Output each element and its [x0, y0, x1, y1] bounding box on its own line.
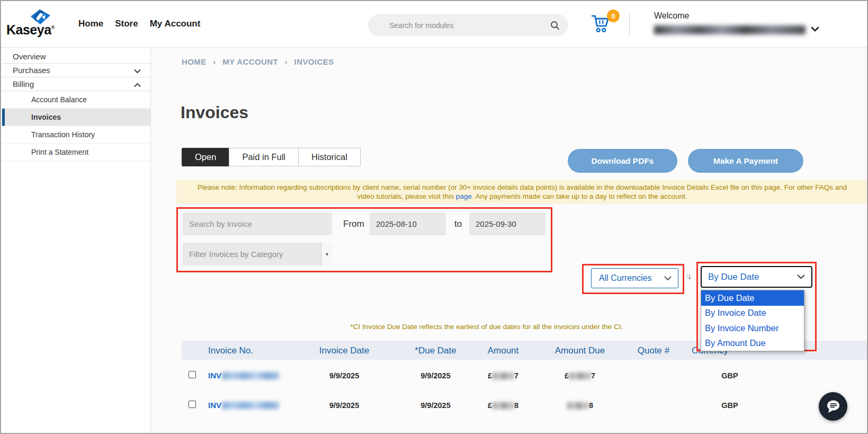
- category-filter-dropdown[interactable]: Filter Invoices by Category ▾: [183, 243, 333, 265]
- cart-button[interactable]: 0: [590, 14, 613, 37]
- sort-option-by-invoice-date[interactable]: By Invoice Date: [701, 306, 804, 321]
- chevron-down-icon: [664, 276, 672, 281]
- module-search: [368, 14, 568, 36]
- sort-option-by-amount-due[interactable]: By Amount Due: [701, 336, 804, 351]
- amount-redacted: [493, 402, 514, 409]
- amount-due-cell: £7: [545, 371, 614, 380]
- to-label: to: [454, 219, 462, 229]
- breadcrumb-home[interactable]: HOME: [182, 57, 207, 66]
- make-a-payment-button[interactable]: Make A Payment: [688, 149, 803, 173]
- due-date-cell: 9/9/2025: [400, 401, 471, 410]
- sidebar-item-overview[interactable]: Overview: [2, 50, 150, 64]
- invoice-number-link[interactable]: INV: [208, 371, 279, 380]
- invoice-date-cell: 9/9/2025: [305, 401, 384, 410]
- breadcrumb-separator: ›: [213, 57, 216, 66]
- sort-options-list: By Due Date By Invoice Date By Invoice N…: [701, 290, 804, 351]
- info-notice: Please note: Information regarding subsc…: [176, 180, 868, 204]
- sidebar-item-print-statement[interactable]: Print a Statement: [2, 144, 150, 161]
- table-row: INV 9/9/2025 9/9/2025 £7 £7 GBP: [182, 360, 868, 390]
- sort-select[interactable]: By Due Date: [701, 266, 812, 288]
- invoice-tabs: Open Paid in Full Historical: [182, 148, 361, 166]
- col-invoice-no: Invoice No.: [208, 346, 253, 356]
- currency-cell: GBP: [714, 371, 746, 380]
- to-date-input[interactable]: [469, 212, 545, 235]
- amount-due-redacted: [567, 402, 588, 409]
- welcome-label: Welcome: [654, 11, 689, 21]
- amount-redacted: [493, 373, 514, 379]
- sidebar: Overview Purchases Billing Account Balan…: [2, 48, 151, 434]
- sidebar-item-transaction-history[interactable]: Transaction History: [2, 126, 150, 144]
- sidebar-item-invoices[interactable]: Invoices: [2, 109, 150, 126]
- col-quote: Quote #: [632, 346, 675, 356]
- top-nav: Home Store My Account: [78, 19, 200, 29]
- nav-home[interactable]: Home: [78, 19, 103, 29]
- sort-option-by-invoice-number[interactable]: By Invoice Number: [701, 321, 804, 336]
- currency-select[interactable]: All Currencies: [591, 268, 678, 288]
- faq-page-link[interactable]: page: [456, 192, 472, 200]
- breadcrumb-separator: ›: [285, 57, 288, 66]
- sidebar-item-billing[interactable]: Billing: [2, 77, 150, 91]
- invoice-number-redacted: [222, 372, 279, 379]
- chat-button[interactable]: [819, 392, 847, 421]
- from-date-input[interactable]: [370, 212, 446, 235]
- kaseya-store-window: Kaseya® Home Store My Account 0: [0, 0, 868, 434]
- row-checkbox[interactable]: [189, 401, 196, 408]
- invoice-date-cell: 9/9/2025: [305, 371, 384, 380]
- table-row: INV 9/9/2025 9/9/2025 £8 8 GBP: [182, 390, 868, 420]
- search-icon[interactable]: [550, 21, 560, 30]
- nav-store[interactable]: Store: [115, 19, 138, 29]
- header-divider: [629, 14, 630, 36]
- nav-my-account[interactable]: My Account: [150, 19, 201, 29]
- tab-open[interactable]: Open: [182, 148, 229, 166]
- row-checkbox[interactable]: [189, 371, 196, 378]
- from-label: From: [343, 219, 364, 229]
- account-name-redacted: [654, 25, 806, 34]
- tab-paid-in-full[interactable]: Paid in Full: [229, 148, 299, 166]
- chevron-up-icon: [134, 79, 141, 88]
- currency-cell: GBP: [714, 401, 746, 410]
- amount-cell: £8: [469, 401, 538, 410]
- chat-bubble-icon: [825, 400, 841, 414]
- col-amount: Amount: [479, 346, 527, 356]
- breadcrumb-my-account[interactable]: MY ACCOUNT: [222, 57, 278, 66]
- amount-due-redacted: [569, 373, 590, 379]
- due-date-cell: 9/9/2025: [400, 371, 471, 380]
- cart-count-badge: 0: [607, 10, 620, 22]
- download-pdfs-button[interactable]: Download PDFs: [568, 149, 677, 173]
- tab-historical[interactable]: Historical: [298, 148, 361, 166]
- breadcrumb: HOME › MY ACCOUNT › INVOICES: [182, 57, 334, 66]
- chevron-down-icon: [134, 66, 141, 75]
- col-invoice-date: Invoice Date: [305, 346, 384, 356]
- top-header: Kaseya® Home Store My Account 0: [1, 1, 867, 48]
- col-amount-due: Amount Due: [548, 346, 612, 356]
- sort-option-by-due-date[interactable]: By Due Date: [701, 290, 804, 306]
- sort-direction-icon[interactable]: ↑↓: [685, 271, 692, 280]
- page-title: Invoices: [181, 103, 248, 122]
- search-by-invoice-input[interactable]: [183, 212, 332, 235]
- account-menu[interactable]: Welcome: [654, 11, 689, 21]
- search-input[interactable]: [368, 21, 550, 30]
- col-due-date: *Due Date: [400, 346, 471, 356]
- breadcrumb-invoices[interactable]: INVOICES: [294, 57, 334, 66]
- sidebar-item-account-balance[interactable]: Account Balance: [2, 91, 150, 109]
- chevron-down-icon: [797, 274, 805, 279]
- chevron-down-icon[interactable]: [811, 26, 819, 32]
- amount-due-cell: 8: [545, 401, 614, 410]
- amount-cell: £7: [469, 371, 538, 380]
- invoice-number-link[interactable]: INV: [208, 401, 279, 410]
- kaseya-logo-text: Kaseya®: [6, 22, 55, 38]
- invoice-number-redacted: [222, 402, 279, 409]
- dropdown-arrow-icon[interactable]: ▾: [321, 243, 333, 265]
- sidebar-item-purchases[interactable]: Purchases: [2, 64, 150, 77]
